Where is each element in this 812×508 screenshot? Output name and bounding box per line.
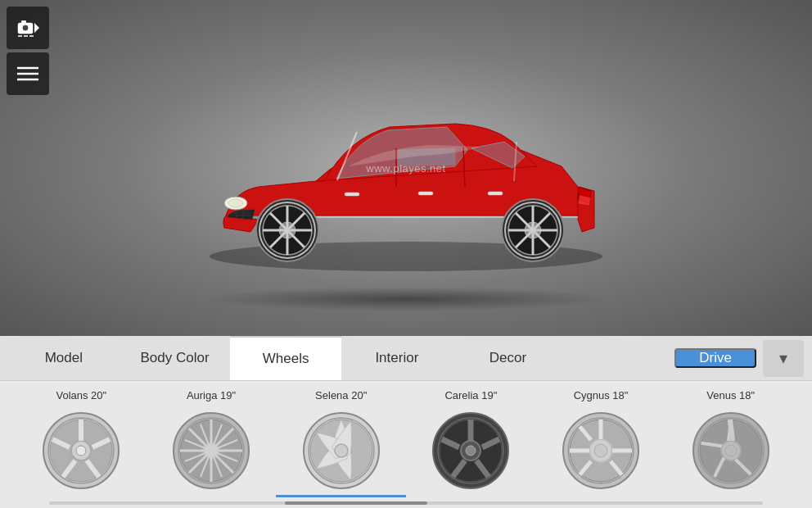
- wheel-img-selena: [297, 406, 386, 495]
- car-shadow: [201, 287, 611, 311]
- menu-button[interactable]: [7, 52, 49, 95]
- tabs-row: Model Body Color Wheels Interior Decor D…: [0, 336, 812, 381]
- chevron-button[interactable]: ▾: [763, 340, 804, 377]
- svg-point-86: [594, 444, 607, 457]
- wheel-item-cygnus[interactable]: Cygnus 18": [536, 389, 666, 495]
- wheel-item-venus[interactable]: Venus 18": [665, 389, 796, 495]
- wheel-label-cygnus: Cygnus 18": [574, 389, 629, 401]
- wheel-item-carelia[interactable]: Carelia 19": [406, 389, 536, 495]
- tab-interior[interactable]: Interior: [341, 336, 453, 380]
- wheel-label-volans: Volans 20": [56, 389, 106, 401]
- svg-point-9: [228, 199, 243, 207]
- svg-rect-31: [21, 20, 26, 23]
- svg-rect-10: [345, 193, 359, 196]
- tab-decor[interactable]: Decor: [453, 336, 564, 380]
- wheel-img-carelia: [426, 406, 515, 495]
- svg-point-69: [466, 446, 476, 456]
- wheel-item-auriga[interactable]: Auriga 19": [147, 389, 277, 495]
- wheels-grid: Volans 20" Auriga 19": [0, 381, 812, 508]
- svg-rect-12: [488, 192, 503, 195]
- camera-icon: [16, 16, 39, 39]
- bottom-panel: Model Body Color Wheels Interior Decor D…: [0, 336, 812, 508]
- wheel-label-venus: Venus 18": [706, 389, 755, 401]
- wheel-img-venus: [687, 406, 775, 495]
- camera-button[interactable]: [7, 7, 49, 49]
- wheel-label-auriga: Auriga 19": [187, 389, 236, 401]
- car-viewer: www.playes.net: [0, 0, 812, 336]
- wheel-item-volans[interactable]: Volans 20": [16, 389, 147, 495]
- tab-model[interactable]: Model: [8, 336, 120, 380]
- wheel-item-selena[interactable]: Selena 20": [276, 389, 406, 497]
- wheel-label-carelia: Carelia 19": [444, 389, 497, 401]
- svg-marker-32: [34, 23, 39, 33]
- scrollbar-thumb[interactable]: [285, 501, 427, 505]
- wheel-img-auriga: [167, 406, 255, 495]
- chevron-down-icon: ▾: [779, 348, 787, 368]
- wheel-img-volans: [37, 406, 125, 495]
- wheel-img-cygnus: [557, 406, 645, 495]
- svg-point-30: [22, 25, 29, 31]
- tab-body-color[interactable]: Body Color: [120, 336, 231, 380]
- svg-point-97: [725, 445, 737, 456]
- menu-icon: [17, 66, 38, 82]
- svg-point-64: [335, 444, 348, 457]
- svg-point-42: [76, 446, 86, 456]
- car-image: [177, 60, 635, 276]
- drive-button[interactable]: Drive: [674, 348, 756, 368]
- scrollbar-track[interactable]: [49, 501, 763, 505]
- toolbar: [0, 0, 56, 102]
- wheel-label-selena: Selena 20": [315, 389, 367, 401]
- tab-wheels[interactable]: Wheels: [230, 336, 341, 380]
- svg-rect-11: [418, 192, 433, 195]
